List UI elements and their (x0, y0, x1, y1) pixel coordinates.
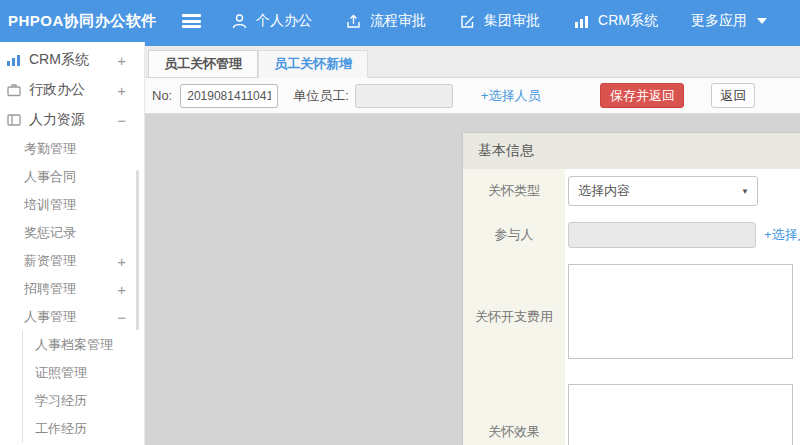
care-expense-label: 关怀开支费用 (463, 257, 565, 377)
sidebar-scrollbar[interactable] (136, 170, 139, 330)
form-row-care-expense: 关怀开支费用 (463, 257, 800, 377)
expand-plus-icon[interactable]: + (117, 82, 126, 99)
nav-item-group-approval[interactable]: 集团审批 (459, 12, 540, 30)
bar-chart-icon (573, 13, 590, 30)
top-nav-items: 个人办公 流程审批 集团审批 CRM系统 更多应用 (231, 12, 800, 30)
nav-item-label: 流程审批 (370, 12, 426, 30)
nav-item-label: CRM系统 (598, 12, 658, 30)
form-row-care-type: 关怀类型 选择内容 ▼ (463, 169, 800, 213)
expand-minus-icon[interactable]: − (117, 309, 126, 326)
nav-item-label: 个人办公 (256, 12, 312, 30)
tab-bar: 员工关怀管理 员工关怀新增 (145, 42, 800, 78)
sidebar-item-label: 人力资源 (29, 111, 85, 129)
sidebar-item-hr-contract[interactable]: 人事合同 (0, 163, 144, 191)
nav-item-personal-office[interactable]: 个人办公 (231, 12, 312, 30)
participants-label: 参与人 (463, 213, 565, 257)
care-type-select[interactable]: 选择内容 ▼ (568, 176, 758, 206)
care-type-label: 关怀类型 (463, 169, 565, 213)
toolbar: No: 单位员工: +选择人员 保存并返回 返回 (145, 78, 800, 114)
care-type-selected-value[interactable]: 选择内容 (568, 176, 758, 206)
submit-icon (345, 13, 362, 30)
edit-icon (459, 13, 476, 30)
sidebar-item-label: 工作经历 (35, 420, 87, 438)
sidebar-item-personnel-files[interactable]: 人事档案管理 (22, 331, 144, 359)
sidebar-item-admin-office[interactable]: 行政办公 + (0, 75, 144, 105)
participants-input[interactable] (568, 222, 756, 248)
top-navbar: PHPOA协同办公软件 个人办公 流程审批 集团审批 (0, 0, 800, 42)
sidebar-item-label: 人事管理 (24, 308, 76, 326)
sidebar-item-personnel[interactable]: 人事管理 − (0, 303, 144, 331)
nav-item-more-apps[interactable]: 更多应用 (691, 12, 767, 30)
sidebar-item-attendance[interactable]: 考勤管理 (0, 135, 144, 163)
bar-chart-icon (6, 52, 22, 68)
expand-plus-icon[interactable]: + (117, 281, 126, 298)
care-expense-textarea[interactable] (568, 264, 793, 359)
sidebar-item-label: 人事合同 (24, 168, 76, 186)
sidebar-item-rewards[interactable]: 奖惩记录 (0, 219, 144, 247)
sidebar-item-label: CRM系统 (29, 51, 89, 69)
book-icon (6, 112, 22, 128)
expand-plus-icon[interactable]: + (117, 52, 126, 69)
app-logo: PHPOA协同办公软件 (0, 12, 182, 31)
workspace: 基本信息 关怀类型 选择内容 ▼ 参与人 +选择人员 (145, 114, 800, 445)
tab-employee-care-management[interactable]: 员工关怀管理 (148, 50, 258, 78)
briefcase-icon (6, 82, 22, 98)
sidebar-item-work-history[interactable]: 工作经历 (22, 415, 144, 443)
return-button[interactable]: 返回 (711, 83, 755, 108)
no-label: No: (152, 88, 172, 103)
sidebar-item-crm[interactable]: CRM系统 + (0, 45, 144, 75)
sidebar-item-label: 人事档案管理 (35, 336, 113, 354)
sidebar-item-education-history[interactable]: 学习经历 (22, 387, 144, 415)
sidebar-item-label: 薪资管理 (24, 252, 76, 270)
select-participants-link[interactable]: +选择人员 (764, 226, 800, 244)
sidebar-item-label: 证照管理 (35, 364, 87, 382)
sidebar-item-training[interactable]: 培训管理 (0, 191, 144, 219)
chevron-down-icon: ▼ (741, 187, 749, 196)
main-region: 员工关怀管理 员工关怀新增 No: 单位员工: +选择人员 保存并返回 返回 基… (145, 42, 800, 445)
care-effect-textarea[interactable] (568, 384, 793, 445)
sidebar-item-label: 学习经历 (35, 392, 87, 410)
care-effect-label: 关怀效果 (463, 377, 565, 445)
sidebar-item-label: 奖惩记录 (24, 224, 76, 242)
unit-employee-label: 单位员工: (293, 87, 349, 105)
expand-plus-icon[interactable]: + (117, 253, 126, 270)
sidebar-item-certificates[interactable]: 证照管理 (22, 359, 144, 387)
sidebar-item-human-resources[interactable]: 人力资源 − (0, 105, 144, 135)
no-input[interactable] (180, 84, 278, 108)
basic-info-panel: 基本信息 关怀类型 选择内容 ▼ 参与人 +选择人员 (463, 133, 800, 445)
form-row-care-effect: 关怀效果 (463, 377, 800, 445)
unit-employee-input[interactable] (355, 84, 453, 108)
app-window: PHPOA协同办公软件 个人办公 流程审批 集团审批 (0, 0, 800, 445)
sidebar-item-label: 培训管理 (24, 196, 76, 214)
sidebar: CRM系统 + 行政办公 + 人力资源 − 考勤管理 人事合同 培训管理 奖惩记… (0, 42, 145, 445)
panel-header: 基本信息 (463, 133, 800, 169)
sidebar-item-salary[interactable]: 薪资管理 + (0, 247, 144, 275)
sidebar-item-label: 招聘管理 (24, 280, 76, 298)
form-row-participants: 参与人 +选择人员 (463, 213, 800, 257)
tab-employee-care-new[interactable]: 员工关怀新增 (258, 50, 368, 78)
save-and-return-button[interactable]: 保存并返回 (600, 83, 684, 108)
select-personnel-link[interactable]: +选择人员 (481, 87, 541, 105)
nav-item-workflow-approval[interactable]: 流程审批 (345, 12, 426, 30)
hamburger-menu-icon[interactable] (182, 14, 201, 28)
nav-item-crm-system[interactable]: CRM系统 (573, 12, 658, 30)
sidebar-item-recruitment[interactable]: 招聘管理 + (0, 275, 144, 303)
person-icon (231, 13, 248, 30)
sidebar-item-label: 考勤管理 (24, 140, 76, 158)
expand-minus-icon[interactable]: − (117, 112, 126, 129)
nav-item-label: 更多应用 (691, 12, 747, 30)
caret-down-icon (757, 18, 767, 24)
sidebar-item-label: 行政办公 (29, 81, 85, 99)
nav-item-label: 集团审批 (484, 12, 540, 30)
